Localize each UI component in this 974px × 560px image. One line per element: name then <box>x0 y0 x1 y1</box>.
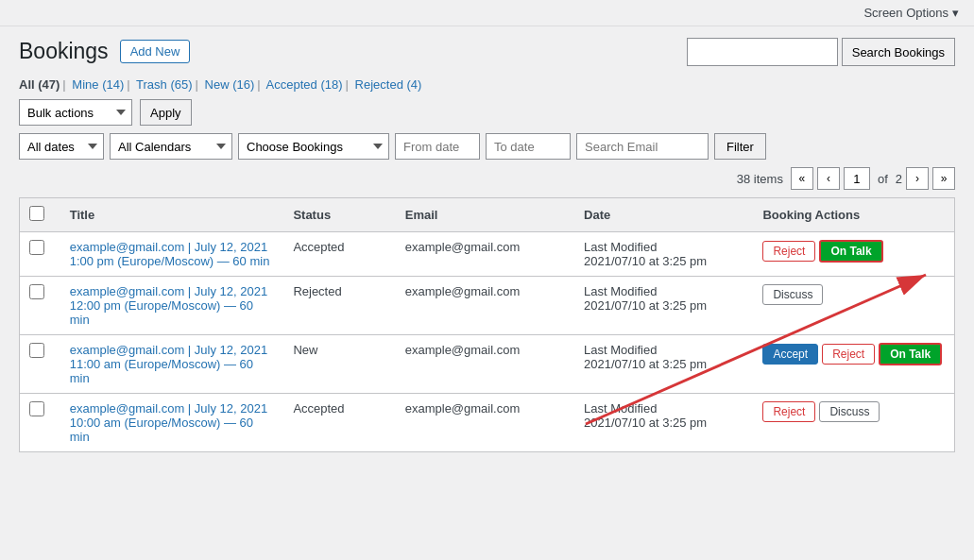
col-header-actions: Booking Actions <box>753 198 954 232</box>
row-email-cell: example@gmail.com <box>396 277 574 335</box>
nav-accepted-link[interactable]: Accepted (18) <box>266 77 343 92</box>
page-title: Bookings <box>19 38 109 66</box>
booking-title-link[interactable]: example@gmail.com | July 12, 2021 1:00 p… <box>70 240 270 268</box>
row-date-cell: Last Modified2021/07/10 at 3:25 pm <box>574 335 753 394</box>
col-header-title: Title <box>60 198 284 232</box>
nav-mine-link[interactable]: Mine (14) <box>72 77 124 92</box>
search-input[interactable] <box>687 38 838 66</box>
from-date-input[interactable] <box>395 133 480 160</box>
reject-button[interactable]: Reject <box>822 344 875 365</box>
row-checkbox[interactable] <box>29 284 44 299</box>
table-row: example@gmail.com | July 12, 2021 12:00 … <box>20 277 955 335</box>
row-checkbox[interactable] <box>29 240 44 255</box>
search-email-input[interactable] <box>576 133 709 160</box>
col-header-date: Date <box>574 198 753 232</box>
toolbar: Bulk actions Apply <box>19 99 955 126</box>
row-email-cell: example@gmail.com <box>396 394 574 452</box>
page-header-left: Bookings Add New <box>19 38 190 66</box>
row-date-cell: Last Modified2021/07/10 at 3:25 pm <box>574 277 753 335</box>
table-header-row: Title Status Email Date Booking Actions <box>20 198 955 232</box>
row-checkbox[interactable] <box>29 401 44 416</box>
bookings-table-container: Title Status Email Date Booking Actions <box>19 197 955 452</box>
row-status-cell: Rejected <box>283 277 395 335</box>
dates-filter-select[interactable]: All dates <box>19 133 104 160</box>
prev-page-button[interactable]: ‹ <box>817 167 840 190</box>
email-text: example@gmail.com <box>405 401 521 416</box>
row-status-cell: Accepted <box>283 394 395 452</box>
nav-trash-link[interactable]: Trash (65) <box>136 77 192 92</box>
row-email-cell: example@gmail.com <box>396 232 574 277</box>
row-checkbox-cell <box>20 232 60 277</box>
date-text: Last Modified2021/07/10 at 3:25 pm <box>584 343 707 371</box>
pagination-items-count: 38 items <box>737 172 783 186</box>
status-text: Accepted <box>293 240 344 254</box>
col-header-checkbox <box>20 198 60 232</box>
first-page-button[interactable]: « <box>791 167 813 190</box>
row-actions-cell: Reject On Talk <box>753 232 954 277</box>
status-text: Rejected <box>293 284 341 298</box>
email-text: example@gmail.com <box>405 240 521 254</box>
page-header: Bookings Add New Search Bookings <box>19 38 955 66</box>
row-actions-cell: Reject Discuss <box>753 394 954 452</box>
bookings-table: Title Status Email Date Booking Actions <box>19 197 955 452</box>
reject-button[interactable]: Reject <box>762 241 815 262</box>
row-actions-cell: Accept Reject On Talk <box>753 335 954 394</box>
date-text: Last Modified2021/07/10 at 3:25 pm <box>584 240 707 268</box>
reject-button[interactable]: Reject <box>762 401 815 422</box>
row-title-cell: example@gmail.com | July 12, 2021 1:00 p… <box>60 232 284 277</box>
row-status-cell: New <box>283 335 395 394</box>
next-page-button[interactable]: › <box>906 167 929 190</box>
on-talk-button[interactable]: On Talk <box>879 343 942 365</box>
row-checkbox[interactable] <box>29 343 44 358</box>
filter-button[interactable]: Filter <box>714 133 766 160</box>
row-email-cell: example@gmail.com <box>396 335 574 394</box>
subheader-nav: All (47)| Mine (14)| Trash (65)| New (16… <box>19 77 955 92</box>
bookings-filter-select[interactable]: Choose Bookings <box>238 133 389 160</box>
action-buttons: Reject Discuss <box>762 401 945 422</box>
select-all-checkbox[interactable] <box>29 206 44 221</box>
search-bookings-button[interactable]: Search Bookings <box>842 38 955 66</box>
col-header-status: Status <box>283 198 395 232</box>
chevron-down-icon: ▾ <box>952 6 959 20</box>
discuss-button[interactable]: Discuss <box>762 284 823 305</box>
row-status-cell: Accepted <box>283 232 395 277</box>
bulk-actions-select[interactable]: Bulk actions <box>19 99 132 126</box>
of-text: of <box>878 172 888 186</box>
col-header-email: Email <box>396 198 574 232</box>
date-text: Last Modified2021/07/10 at 3:25 pm <box>584 284 707 313</box>
nav-new-link[interactable]: New (16) <box>205 77 255 92</box>
page-number-input[interactable] <box>844 167 870 190</box>
accept-button[interactable]: Accept <box>762 344 818 365</box>
nav-all-link[interactable]: All (47) <box>19 77 60 92</box>
to-date-input[interactable] <box>486 133 571 160</box>
status-text: New <box>293 343 317 357</box>
row-checkbox-cell <box>20 394 60 452</box>
row-title-cell: example@gmail.com | July 12, 2021 10:00 … <box>60 394 284 452</box>
row-title-cell: example@gmail.com | July 12, 2021 12:00 … <box>60 277 284 335</box>
nav-rejected-link[interactable]: Rejected (4) <box>355 77 422 92</box>
date-text: Last Modified2021/07/10 at 3:25 pm <box>584 401 707 430</box>
table-row: example@gmail.com | July 12, 2021 10:00 … <box>20 394 955 452</box>
booking-title-link[interactable]: example@gmail.com | July 12, 2021 11:00 … <box>70 343 268 385</box>
status-text: Accepted <box>293 401 344 416</box>
email-text: example@gmail.com <box>405 343 521 357</box>
discuss-button[interactable]: Discuss <box>819 401 880 422</box>
action-buttons: Discuss <box>762 284 945 305</box>
booking-title-link[interactable]: example@gmail.com | July 12, 2021 10:00 … <box>70 401 268 444</box>
row-title-cell: example@gmail.com | July 12, 2021 11:00 … <box>60 335 284 394</box>
calendars-filter-select[interactable]: All Calendars <box>110 133 232 160</box>
on-talk-button[interactable]: On Talk <box>819 240 882 263</box>
row-checkbox-cell <box>20 277 60 335</box>
search-bookings-area: Search Bookings <box>687 38 955 66</box>
screen-options-button[interactable]: Screen Options ▾ <box>856 2 966 24</box>
screen-options-label: Screen Options <box>863 6 948 20</box>
action-buttons: Reject On Talk <box>762 240 945 263</box>
table-row: example@gmail.com | July 12, 2021 1:00 p… <box>20 232 955 277</box>
apply-button[interactable]: Apply <box>140 99 192 126</box>
booking-title-link[interactable]: example@gmail.com | July 12, 2021 12:00 … <box>70 284 268 327</box>
add-new-button[interactable]: Add New <box>120 40 191 63</box>
total-pages: 2 <box>896 172 902 186</box>
last-page-button[interactable]: » <box>932 167 955 190</box>
filter-row: All dates All Calendars Choose Bookings … <box>19 133 955 160</box>
row-checkbox-cell <box>20 335 60 394</box>
